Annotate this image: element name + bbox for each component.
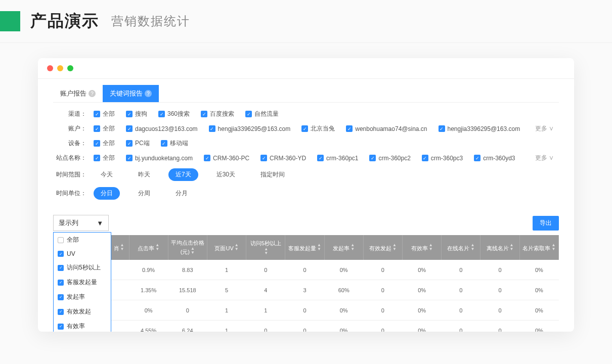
sort-icon[interactable]: ▲▼ (392, 243, 397, 251)
column-header[interactable]: 在线名片▲▼ (442, 235, 480, 260)
dropdown-item[interactable]: ✓有效率 (54, 319, 111, 332)
time-option[interactable]: 分日 (94, 187, 120, 200)
window-titlebar (38, 58, 574, 79)
more-toggle[interactable]: 更多 ∨ (535, 124, 559, 133)
filter-option-label: crm-360pc3 (431, 155, 463, 162)
tab-label: 账户报告 (60, 89, 86, 98)
columns-dropdown-button[interactable]: 显示列 ▼ (53, 215, 109, 231)
filter-checkbox[interactable]: ✓移动端 (161, 139, 188, 148)
column-header[interactable]: 发起率▲▼ (324, 235, 363, 260)
sort-icon[interactable]: ▲▼ (551, 243, 555, 251)
check-icon: ✓ (58, 294, 64, 300)
dropdown-item[interactable]: ✓客服发起量 (54, 275, 111, 290)
filter-checkbox[interactable]: ✓crm-360pc3 (422, 155, 463, 162)
filter-option-label: 全部 (103, 110, 115, 118)
table-cell: 15.518 (168, 280, 207, 300)
table-cell: 1 (207, 260, 246, 280)
column-header[interactable]: 肖▲▼ (109, 235, 129, 260)
column-header[interactable]: 离线名片▲▼ (480, 235, 519, 260)
maximize-icon[interactable] (67, 65, 73, 71)
close-icon[interactable] (47, 65, 53, 71)
sort-icon[interactable]: ▲▼ (120, 243, 124, 251)
sort-icon[interactable]: ▲▼ (351, 243, 355, 251)
sort-icon[interactable]: ▲▼ (155, 243, 159, 251)
filter-checkbox[interactable]: ✓360搜索 (158, 110, 190, 118)
filter-checkbox[interactable]: ✓全部 (94, 154, 115, 162)
filter-checkbox[interactable]: ✓全部 (94, 110, 115, 118)
column-header[interactable]: 客服发起量▲▼ (285, 235, 324, 260)
filter-checkbox[interactable]: ✓crm-360yd3 (474, 155, 515, 162)
help-icon[interactable]: ? (89, 90, 96, 97)
filter-option-label: crm-360pc2 (378, 155, 410, 162)
filter-checkbox[interactable]: ✓bj.yunduoketang.com (126, 155, 193, 162)
table-cell (109, 300, 129, 321)
time-option[interactable]: 近30天 (209, 168, 242, 181)
filter-checkbox[interactable]: ✓hengjia3396295@163.com (209, 125, 291, 132)
time-option[interactable]: 分月 (168, 187, 195, 200)
dropdown-item[interactable]: ✓发起率 (54, 290, 111, 304)
filter-checkbox[interactable]: ✓自然流量 (245, 110, 279, 118)
filter-checkbox[interactable]: ✓全部 (94, 139, 115, 148)
filter-checkbox[interactable]: ✓wenbohuamao74@sina.cn (346, 125, 427, 132)
filter-checkbox[interactable]: ✓CRM-360-PC (204, 155, 249, 162)
column-header[interactable]: 点击率▲▼ (129, 235, 168, 260)
column-label: 发起率 (333, 245, 349, 251)
time-option[interactable]: 指定时间 (253, 168, 292, 181)
tab-account-report[interactable]: 账户报告 ? (53, 85, 103, 102)
filter-checkbox[interactable]: ✓PC端 (126, 139, 150, 148)
time-option[interactable]: 分周 (131, 187, 157, 200)
column-label: 在线名片 (447, 245, 469, 251)
sort-icon[interactable]: ▲▼ (235, 243, 239, 251)
time-option[interactable]: 近7天 (168, 168, 198, 181)
filter-checkbox[interactable]: ✓北京当兔 (301, 124, 335, 133)
filter-option-label: 全部 (103, 139, 115, 148)
filter-label: 站点名称： (53, 154, 94, 162)
sort-icon[interactable]: ▲▼ (191, 247, 195, 255)
filter-row: 设备：✓全部✓PC端✓移动端 (53, 139, 559, 148)
tab-keyword-report[interactable]: 关键词报告 ? (103, 85, 159, 102)
filter-checkbox[interactable]: ✓hengjia3396295@163.com (439, 125, 520, 132)
export-button[interactable]: 导出 (533, 216, 559, 231)
time-option[interactable]: 今天 (94, 168, 120, 181)
columns-dropdown-panel[interactable]: ✓全部✓UV✓访问5秒以上✓客服发起量✓发起率✓有效发起✓有效率✓在线名片✓离线… (53, 232, 111, 332)
sort-icon[interactable]: ▲▼ (470, 243, 474, 251)
table-cell: 0% (519, 300, 558, 321)
filter-option-label: 全部 (103, 124, 115, 133)
filter-checkbox[interactable]: ✓crm-360pc2 (369, 155, 410, 162)
help-icon[interactable]: ? (145, 90, 152, 97)
sort-icon[interactable]: ▲▼ (510, 243, 514, 251)
column-header[interactable]: 有效发起▲▼ (363, 235, 402, 260)
dropdown-item[interactable]: ✓有效发起 (54, 304, 111, 319)
filter-option-label: 百度搜索 (210, 110, 234, 118)
sort-icon[interactable]: ▲▼ (429, 243, 433, 251)
table-row: 堂bj-云朵课堂0%01100%00%000% (53, 300, 559, 321)
sort-icon[interactable]: ▲▼ (264, 247, 268, 255)
dropdown-item[interactable]: ✓UV (54, 247, 111, 260)
filter-checkbox[interactable]: ✓crm-360pc1 (317, 155, 358, 162)
dropdown-item[interactable]: ✓全部 (54, 233, 111, 247)
time-option[interactable]: 昨天 (131, 168, 157, 181)
dropdown-item[interactable]: ✓访问5秒以上 (54, 260, 111, 275)
minimize-icon[interactable] (57, 65, 63, 71)
check-icon: ✓ (94, 125, 100, 132)
filter-checkbox[interactable]: ✓全部 (94, 124, 115, 133)
column-header[interactable]: 平均点击价格(元)▲▼ (168, 235, 207, 260)
table-cell: 0 (480, 321, 519, 332)
column-header[interactable]: 页面UV▲▼ (207, 235, 246, 260)
filter-checkbox[interactable]: ✓搜狗 (126, 110, 147, 118)
sort-icon[interactable]: ▲▼ (317, 243, 321, 251)
table-cell: 1 (207, 321, 246, 332)
table-cell: 1 (246, 300, 285, 321)
column-header[interactable]: 访问5秒以上▲▼ (246, 235, 285, 260)
more-toggle[interactable]: 更多 ∨ (535, 154, 559, 162)
column-header[interactable]: 名片索取率▲▼ (519, 235, 558, 260)
check-icon: ✓ (126, 111, 133, 117)
column-header[interactable]: 有效率▲▼ (403, 235, 442, 260)
filter-checkbox[interactable]: ✓dagcuos123@163.com (126, 125, 198, 132)
filter-checkbox[interactable]: ✓CRM-360-YD (260, 155, 306, 162)
filter-options: ✓全部✓dagcuos123@163.com✓hengjia3396295@16… (94, 124, 535, 133)
filter-checkbox[interactable]: ✓百度搜索 (201, 110, 234, 118)
table-cell: 0 (285, 321, 324, 332)
check-icon: ✓ (58, 280, 64, 286)
column-label: 客服发起量 (288, 245, 316, 251)
